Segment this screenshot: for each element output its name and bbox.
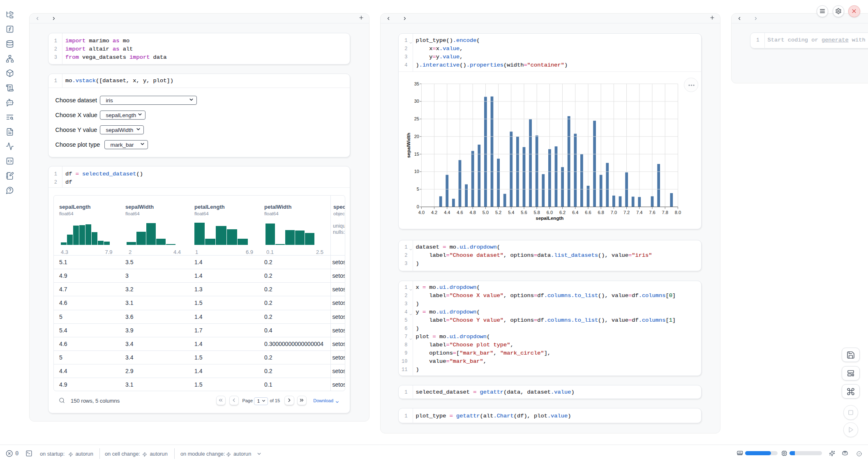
svg-text:30: 30 [414,99,419,104]
svg-text:6.4: 6.4 [572,210,578,215]
svg-text:20: 20 [414,134,419,139]
svg-text:4.2: 4.2 [431,210,437,215]
svg-text:7.0: 7.0 [611,210,617,215]
svg-text:6.8: 6.8 [598,210,604,215]
svg-text:6.0: 6.0 [547,210,553,215]
svg-text:4.0: 4.0 [418,210,425,215]
svg-text:15: 15 [414,152,419,157]
svg-text:7.6: 7.6 [649,210,655,215]
svg-text:4.6: 4.6 [457,210,463,215]
svg-text:6.6: 6.6 [585,210,591,215]
svg-text:4.8: 4.8 [470,210,476,215]
svg-text:7.4: 7.4 [636,210,642,215]
svg-text:0: 0 [417,204,419,209]
svg-text:sepalWidth: sepalWidth [406,133,411,158]
svg-text:5.0: 5.0 [482,210,489,215]
svg-text:5: 5 [417,187,419,191]
svg-text:4.4: 4.4 [444,210,450,215]
svg-text:5.8: 5.8 [534,210,540,215]
svg-text:5.6: 5.6 [521,210,527,215]
svg-text:sepalLength: sepalLength [536,216,564,221]
svg-text:35: 35 [414,81,419,86]
svg-text:6.2: 6.2 [559,210,566,215]
svg-text:25: 25 [414,116,419,121]
svg-text:8.0: 8.0 [675,210,681,215]
svg-text:7.2: 7.2 [623,210,630,215]
svg-text:5.4: 5.4 [508,210,514,215]
svg-text:5.2: 5.2 [495,210,501,215]
svg-text:10: 10 [414,169,419,174]
svg-text:7.8: 7.8 [662,210,668,215]
